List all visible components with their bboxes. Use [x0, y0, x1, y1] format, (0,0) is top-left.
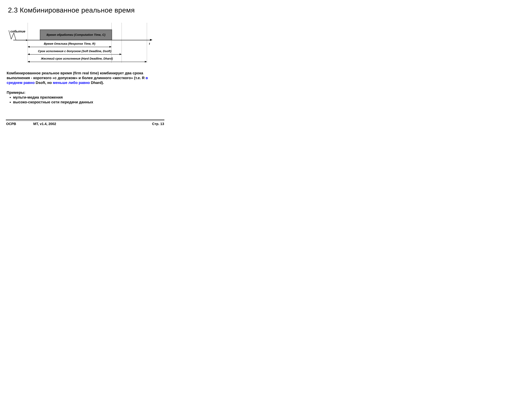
- para-seg-2: Dsoft, но: [35, 81, 53, 85]
- footer-right: Стр. 13: [152, 122, 164, 126]
- list-item: мульти-медиа приложения: [13, 95, 93, 100]
- dim-arrow-hard: [28, 62, 147, 62]
- vline-c-end: [111, 23, 112, 63]
- examples-list: мульти-медиа приложения высоко-скоростны…: [7, 95, 93, 105]
- footer-rule-thick: [6, 120, 165, 120]
- arrowhead-right-icon: [120, 53, 121, 55]
- slide-title: 2.3 Комбинированное реальное время: [8, 6, 135, 14]
- arrowhead-left-icon: [28, 53, 30, 55]
- footer-left: ОСРВ: [6, 122, 16, 126]
- computation-box-label: Время обработки (Computation Time, C): [47, 33, 105, 37]
- dim-label-soft: Срок исполнения с допуском (Soft Deadlin…: [28, 50, 121, 53]
- body-paragraph: Комбинированное реальное время (firm rea…: [7, 71, 164, 85]
- footer-rule-thin: [6, 120, 165, 121]
- arrowhead-left-icon: [28, 46, 30, 48]
- dim-label-hard: Жесткий срок исполнения (Hard Deadline, …: [28, 57, 126, 60]
- time-axis-arrowhead-icon: [150, 39, 152, 41]
- footer-center: MT, v1.4, 2002: [33, 122, 56, 126]
- para-seg-3: Dhard).: [90, 81, 104, 85]
- computation-box: Время обработки (Computation Time, C): [40, 30, 112, 40]
- list-item: высоко-скоростные сети передачи данных: [13, 100, 93, 105]
- dim-arrow-response: [28, 47, 111, 47]
- vline-dsoft: [121, 23, 122, 63]
- para-em-2: меньше либо равно: [53, 81, 90, 85]
- timing-diagram: событие Время обработки (Computation Tim…: [13, 23, 154, 64]
- arrowhead-right-icon: [109, 46, 111, 48]
- para-seg-1: Комбинированное реальное время (firm rea…: [7, 71, 146, 80]
- examples-header: Примеры:: [7, 90, 25, 95]
- dim-label-response: Время Отклика (Response Time, R): [28, 42, 111, 45]
- slide: 2.3 Комбинированное реальное время событ…: [0, 0, 170, 128]
- dim-arrow-soft: [28, 54, 121, 55]
- arrowhead-left-icon: [28, 61, 30, 63]
- event-spike-icon: [8, 30, 30, 42]
- time-axis-label: t: [149, 42, 150, 45]
- arrowhead-right-icon: [145, 61, 147, 63]
- time-axis: [13, 40, 150, 40]
